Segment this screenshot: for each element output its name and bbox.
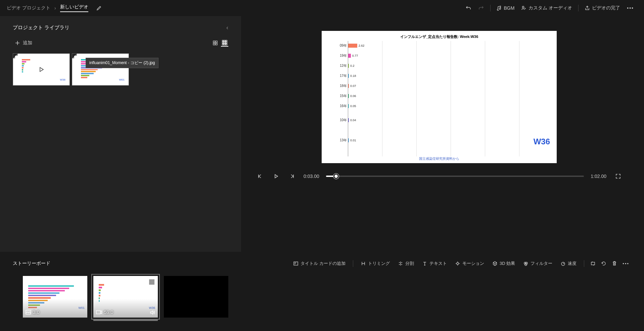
undo-icon — [465, 5, 471, 11]
chart-bar-row: 13年0.01 — [348, 138, 356, 142]
fullscreen-button[interactable] — [613, 171, 623, 181]
step-forward-icon — [289, 174, 295, 179]
add-media-button[interactable]: 追加 — [13, 38, 34, 48]
scrubber-handle[interactable] — [333, 174, 339, 179]
view-small-grid-button[interactable] — [221, 39, 228, 47]
play-icon — [273, 174, 279, 179]
svg-rect-7 — [226, 40, 227, 42]
filter-icon — [523, 261, 528, 266]
view-large-grid-button[interactable] — [212, 39, 219, 47]
breadcrumb: ビデオ プロジェクト › 新しいビデオ — [7, 4, 88, 12]
bar-rect — [348, 44, 357, 48]
svg-point-15 — [457, 263, 459, 265]
project-library-panel: プロジェクト ライブラリ ‹ 追加 — [0, 16, 241, 252]
bar-category-label: 12年 — [335, 63, 347, 68]
rename-button[interactable] — [93, 3, 105, 13]
svg-rect-5 — [222, 40, 224, 42]
svg-point-0 — [522, 6, 524, 8]
preview-panel: インフルエンザ_定点当たり報告数: Week:W36 09年2.6219年0.7… — [241, 16, 644, 252]
chart-bar-row: 16年0.05 — [348, 104, 356, 108]
library-item-image[interactable]: W01 influanim01_Moment - コピー (2).jpg — [72, 53, 129, 86]
pencil-icon — [96, 5, 102, 11]
bar-value-label: 0.04 — [350, 119, 356, 122]
custom-audio-button[interactable]: カスタム オーディオ — [518, 3, 576, 13]
speed-icon — [560, 261, 566, 266]
bar-value-label: 0.06 — [350, 94, 356, 98]
timeline-scrubber[interactable] — [326, 176, 584, 177]
image-icon — [26, 310, 31, 315]
motion-button[interactable]: モーション — [452, 258, 488, 269]
grid-small-icon — [222, 40, 227, 45]
svg-rect-20 — [591, 262, 595, 265]
storyboard-clip[interactable]: W36 59.0 — [93, 276, 158, 318]
svg-rect-12 — [224, 44, 225, 45]
delete-button[interactable] — [610, 259, 619, 268]
redo-button[interactable] — [475, 3, 488, 13]
week-annotation: W36 — [534, 137, 550, 146]
mic-icon — [521, 5, 526, 11]
svg-rect-4 — [216, 43, 217, 45]
filter-button[interactable]: フィルター — [520, 258, 556, 269]
3d-effects-button[interactable]: 3D 効果 — [489, 258, 518, 269]
text-icon — [422, 261, 427, 266]
bar-value-label: 0.18 — [350, 74, 356, 78]
rotate-button[interactable] — [599, 259, 608, 268]
next-frame-button[interactable] — [287, 172, 297, 181]
total-time: 1:02.00 — [591, 174, 606, 179]
bar-rect — [348, 84, 349, 88]
undo-button[interactable] — [462, 3, 475, 13]
clip-marker — [149, 279, 154, 285]
play-icon — [38, 66, 45, 73]
chevron-right-icon: › — [54, 5, 56, 11]
chart-source: 国立感染症研究所資料から — [322, 156, 557, 161]
bar-category-label: 10年 — [335, 118, 347, 123]
crop-button[interactable] — [588, 259, 598, 268]
text-button[interactable]: テキスト — [419, 258, 450, 269]
thumb-week-label: W01 — [119, 78, 125, 81]
clip-duration: 59.0 — [104, 310, 113, 315]
svg-rect-1 — [213, 41, 215, 43]
bar-rect — [348, 94, 349, 98]
bar-rect — [348, 104, 349, 108]
bar-category-label: 19年 — [335, 53, 347, 58]
prev-frame-button[interactable] — [255, 172, 265, 181]
chart-bar-row: 09年2.62 — [348, 44, 364, 48]
svg-rect-2 — [216, 41, 217, 43]
split-button[interactable]: 分割 — [395, 258, 417, 269]
trim-button[interactable]: トリミング — [357, 258, 393, 269]
storyboard-more-button[interactable]: ••• — [620, 259, 631, 268]
chart-bar-row: 12年0.2 — [348, 64, 355, 68]
speed-button[interactable]: 速度 — [557, 258, 580, 269]
fullscreen-icon — [615, 173, 621, 179]
rotate-icon — [601, 261, 606, 266]
bar-value-label: 0.07 — [350, 84, 356, 88]
trash-icon — [612, 261, 617, 266]
play-button[interactable] — [271, 172, 281, 181]
collapse-library-icon[interactable]: ‹ — [226, 24, 228, 31]
breadcrumb-root[interactable]: ビデオ プロジェクト — [7, 5, 50, 11]
svg-rect-11 — [222, 44, 224, 45]
export-icon — [585, 5, 590, 11]
library-item-video[interactable]: W36 — [13, 53, 70, 86]
svg-rect-8 — [222, 42, 224, 43]
bar-category-label: 18年 — [335, 84, 347, 88]
bar-category-label: 13年 — [335, 138, 347, 143]
chart-title: インフルエンザ_定点当たり報告数: Week:W36 — [322, 34, 557, 39]
filename-tooltip: influanim01_Moment - コピー (2).jpg — [86, 58, 158, 68]
more-button[interactable]: ••• — [624, 3, 637, 13]
trim-icon — [361, 261, 366, 266]
finish-video-button[interactable]: ビデオの完了 — [581, 3, 624, 13]
chart-bar-row: 10年0.04 — [348, 118, 356, 122]
bar-value-label: 2.62 — [359, 44, 365, 47]
chart-bar-row: 15年0.06 — [348, 94, 356, 98]
storyboard-clip-empty[interactable] — [164, 276, 228, 318]
svg-rect-22 — [96, 311, 100, 314]
storyboard-clip[interactable]: W01 3.0 — [23, 276, 87, 318]
breadcrumb-current[interactable]: 新しいビデオ — [60, 4, 88, 12]
bar-value-label: 0.01 — [350, 139, 356, 142]
bgm-button[interactable]: BGM — [493, 3, 518, 13]
music-icon — [497, 5, 502, 11]
grid-large-icon — [213, 40, 218, 46]
add-title-card-button[interactable]: タイトル カードの追加 — [290, 258, 349, 269]
split-icon — [398, 261, 403, 266]
